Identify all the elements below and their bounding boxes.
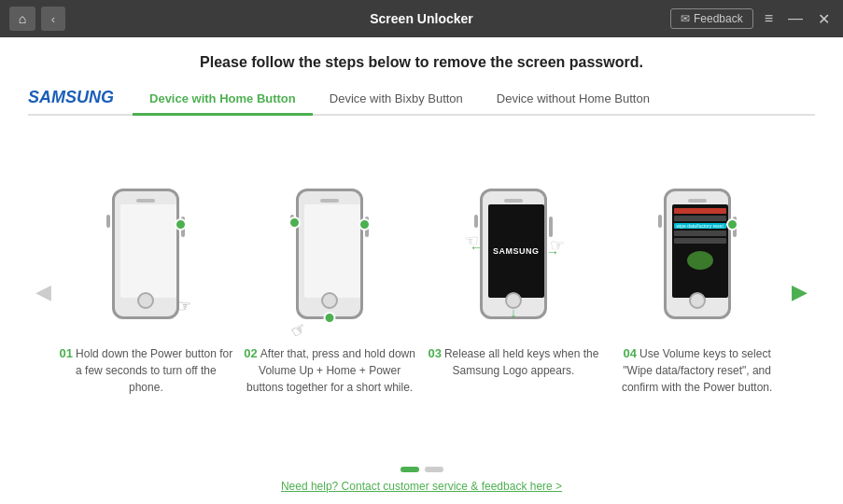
mail-icon: ✉ [681, 12, 690, 25]
phone-2: ☞ [288, 189, 372, 333]
phone-4: wipe data/factory reset [655, 189, 739, 333]
step-3-number: 03 [428, 346, 441, 360]
feedback-label: Feedback [694, 12, 743, 25]
samsung-logo-screen: SAMSUNG [488, 204, 544, 298]
back-icon: ‹ [51, 12, 55, 26]
title-bar-controls: ✉ Feedback ≡ — ✕ [670, 8, 834, 29]
steps-grid: ☞ 01Hold down the Power button for a few… [59, 189, 784, 397]
tab-device-bixby-button[interactable]: Device with Bixby Button [313, 86, 480, 116]
tab-device-no-home[interactable]: Device without Home Button [480, 86, 667, 116]
step-4-number: 04 [624, 346, 637, 360]
step-3-text: 03Release all held keys when the Samsung… [427, 344, 601, 380]
next-arrow[interactable]: ▶ [784, 280, 815, 304]
prev-arrow[interactable]: ◀ [28, 280, 59, 304]
wipe-badge: wipe data/factory reset [674, 223, 726, 229]
menu-button[interactable]: ≡ [761, 10, 777, 27]
phone-1: ☞ [104, 189, 188, 333]
bottom-area: Need help? Contact customer service & fe… [28, 459, 815, 493]
steps-area: ◀ ☞ 01Hold down the Power b [28, 125, 815, 459]
step-1: ☞ 01Hold down the Power button for a few… [59, 189, 233, 397]
home-icon: ⌂ [19, 11, 26, 26]
step-1-number: 01 [60, 346, 73, 360]
arrow-down-icon: ↓ [510, 305, 516, 320]
recovery-screen: wipe data/factory reset [672, 204, 728, 298]
back-button[interactable]: ‹ [41, 7, 65, 31]
title-bar-left: ⌂ ‹ [9, 7, 65, 31]
minimize-button[interactable]: — [784, 10, 807, 27]
app-title: Screen Unlocker [370, 11, 473, 26]
page-heading: Please follow the steps below to remove … [28, 54, 815, 71]
step-2: ☞ 02After that, press and hold down Volu… [243, 189, 417, 397]
main-content: Please follow the steps below to remove … [0, 37, 843, 504]
title-bar: ⌂ ‹ Screen Unlocker ✉ Feedback ≡ — ✕ [0, 0, 843, 37]
help-link[interactable]: Need help? Contact customer service & fe… [281, 480, 562, 493]
samsung-brand: SAMSUNG [28, 88, 114, 113]
phone-3: SAMSUNG ← → ↓ ☞ ☞ [471, 189, 555, 333]
dot-indicator-1[interactable] [400, 467, 419, 472]
step-2-number: 02 [244, 346, 257, 360]
dot-indicators [400, 467, 443, 472]
tabs-row: SAMSUNG Device with Home Button Device w… [28, 86, 815, 116]
step-4: wipe data/factory reset 04Use Volume key… [610, 189, 784, 397]
step-2-text: 02After that, press and hold down Volume… [243, 344, 417, 397]
step-3: SAMSUNG ← → ↓ ☞ ☞ 03Release all held key… [427, 189, 601, 380]
step-4-text: 04Use Volume keys to select "Wipe data/f… [610, 344, 784, 397]
step-1-text: 01Hold down the Power button for a few s… [59, 344, 233, 397]
feedback-button[interactable]: ✉ Feedback [670, 8, 753, 29]
close-button[interactable]: ✕ [814, 10, 834, 28]
dot-indicator-2[interactable] [425, 467, 443, 472]
home-button[interactable]: ⌂ [9, 7, 35, 31]
tab-device-home-button[interactable]: Device with Home Button [133, 86, 313, 116]
